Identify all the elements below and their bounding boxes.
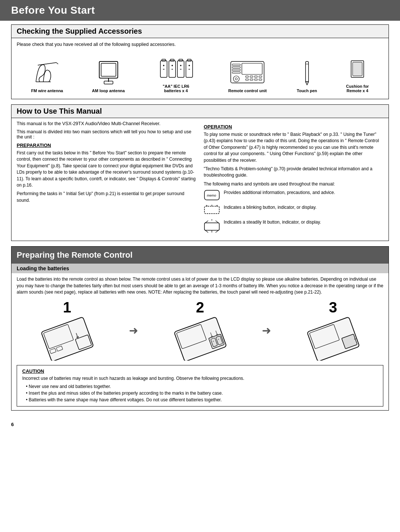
svg-rect-4 [101,63,116,76]
step-3-image [300,316,366,361]
svg-rect-3 [99,61,118,78]
remote-label: Remote control unit [228,88,267,93]
touchpen-icon [301,60,313,86]
svg-line-57 [205,230,208,232]
symbol-memo-row: memo Provides additional information, pr… [204,190,383,201]
svg-rect-60 [41,317,94,361]
svg-text:memo: memo [207,194,216,197]
accessory-batteries: "AA" IEC LR6 batteries x 4 [154,55,198,93]
battery-step-1: 1 [34,300,100,361]
accessory-touchpen: Touch pen [297,60,317,93]
svg-rect-42 [259,79,262,80]
preparing-section: Preparing the Remote Control Loading the… [11,246,389,411]
accessory-fm-antenna: FM wire antenna [31,60,63,93]
cushion-label: Cushion for Remote x 4 [346,84,369,93]
svg-rect-28 [242,63,262,74]
svg-rect-31 [232,69,240,71]
caution-box: CAUTION Incorrect use of batteries may r… [17,365,383,406]
battery-step-2: 2 + + [167,300,233,361]
symbol-blink-text: Indicates a blinking button, indicator, … [224,204,317,211]
svg-rect-38 [259,76,262,77]
how-to-title: How to Use This Manual [11,105,389,118]
preparation-title: PREPARATION [17,143,196,148]
how-to-left: This manual is for the VSX-29TX Audio/Vi… [17,121,196,237]
remote-icon [227,60,268,86]
svg-rect-43 [306,61,309,82]
caution-title: CAUTION [22,368,378,374]
page-title: Before You Start [11,4,389,16]
page-number: 6 [0,419,400,427]
svg-rect-30 [232,67,240,68]
step-2-number: 2 [196,300,204,315]
caution-item-1: Never use new and old batteries together… [26,383,378,390]
svg-rect-41 [254,79,257,80]
accessory-cushion: Cushion for Remote x 4 [346,55,369,93]
svg-point-33 [233,76,239,82]
how-to-section: How to Use This Manual This manual is fo… [11,104,389,241]
accessories-items: FM wire antenna AM loop antenna [17,51,383,95]
svg-rect-37 [254,76,257,77]
loading-subtitle: Loading the batteries [11,264,389,273]
symbol-steady-text: Indicates a steadily lit button, indicat… [224,219,321,225]
step-1-image [34,316,100,361]
step-arrow-1: ➜ [129,324,138,337]
symbol-memo-text: Provides additional information, precaut… [224,190,335,196]
svg-rect-18 [179,59,183,61]
blink-icon [204,204,220,215]
caution-item-2: Insert the plus and minus sides of the b… [26,390,378,397]
svg-rect-46 [353,62,362,76]
battery-steps: 1 [17,300,383,361]
am-antenna-icon [94,60,123,86]
batteries-label: "AA" IEC LR6 batteries x 4 [154,84,198,93]
operation-text: To play some music or soundtrack refer t… [204,131,383,164]
step-arrow-2: ➜ [262,324,271,337]
operation-title: OPERATION [204,124,383,130]
svg-line-53 [205,221,208,223]
memo-icon: memo [204,190,220,201]
cushion-icon [348,55,367,81]
svg-rect-56 [204,223,219,230]
svg-rect-40 [250,79,253,80]
preparation-text2: Performing the tasks in " Initial Set Up… [17,191,196,204]
preparing-title: Preparing the Remote Control [11,247,389,264]
svg-line-1 [38,63,56,65]
svg-point-34 [235,78,237,80]
how-to-intro2: This manual is divided into two main sec… [17,129,196,140]
caution-intro: Incorrect use of batteries may result in… [22,375,378,382]
svg-rect-49 [204,206,219,214]
svg-rect-29 [232,64,240,66]
page-header: Before You Start [0,0,400,21]
svg-line-59 [216,230,219,232]
fm-antenna-label: FM wire antenna [31,88,63,93]
checking-section: Checking the Supplied Accessories Please… [11,24,389,99]
am-antenna-label: AM loop antenna [92,88,125,93]
batteries-icon [157,55,194,81]
symbol-steady-row: Indicates a steadily lit button, indicat… [204,219,383,233]
svg-rect-8 [162,59,166,61]
how-to-intro1: This manual is for the VSX-29TX Audio/Vi… [17,121,196,126]
touchpen-label: Touch pen [297,88,317,93]
svg-rect-32 [232,72,240,73]
step-1-number: 1 [63,300,71,315]
checking-section-title: Checking the Supplied Accessories [11,25,389,38]
operation-text2: "Techno Tidbits & Problem-solving" (p.70… [204,166,383,179]
svg-rect-36 [250,76,253,77]
accessories-intro: Please check that you have received all … [17,42,383,47]
fm-antenna-icon [32,60,62,86]
svg-rect-23 [187,59,191,61]
svg-rect-13 [170,59,174,61]
step-3-number: 3 [329,300,337,315]
svg-line-2 [56,63,58,64]
loading-text: Load the batteries into the remote contr… [17,276,383,295]
accessory-remote: Remote control unit [227,60,268,93]
steady-icon [204,219,220,233]
svg-line-55 [216,221,219,223]
step-2-image: + + [167,316,233,361]
accessory-am-antenna: AM loop antenna [92,60,125,93]
svg-rect-39 [246,79,249,80]
how-to-right: OPERATION To play some music or soundtra… [204,121,383,237]
operation-text3: The following marks and symbols are used… [204,181,383,187]
svg-rect-35 [246,76,249,77]
caution-list: Never use new and old batteries together… [22,383,378,403]
symbol-blink-row: Indicates a blinking button, indicator, … [204,204,383,215]
